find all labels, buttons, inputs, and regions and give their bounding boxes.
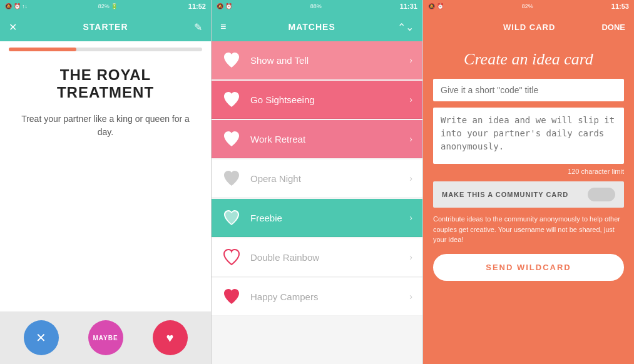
status-bar-p1: 🔕 ⏰ ↑↓ 82% 🔋 11:52: [0, 0, 211, 13]
card-content: THE ROYAL TREATMENT Treat your partner l…: [0, 54, 211, 311]
chevron-icon: ›: [409, 291, 412, 301]
status-right-p3: 82%: [522, 3, 533, 9]
chevron-icon: ›: [409, 173, 412, 183]
sort-icon[interactable]: ⌃⌄: [397, 21, 414, 33]
close-icon-p1[interactable]: ✕: [9, 21, 17, 33]
match-label: Double Rainbow: [250, 252, 409, 263]
maybe-label: MAYBE: [93, 335, 118, 341]
status-bar-p2: 🔕 ⏰ 88% 11:31: [212, 0, 422, 13]
panel-matches: 🔕 ⏰ 88% 11:31 ≡ MATCHES ⌃⌄ Show and Tell…: [212, 0, 423, 364]
list-item[interactable]: Freebie ›: [212, 199, 422, 237]
match-list: Show and Tell › Go Sightseeing › Work Re…: [212, 41, 422, 364]
progress-section: [0, 41, 211, 54]
wildcard-big-title: Create an idea card: [433, 50, 624, 69]
community-row: MAKE THIS A COMMUNITY CARD: [433, 181, 624, 208]
header-p1: ✕ STARTER ✎: [0, 13, 211, 41]
community-toggle[interactable]: [588, 188, 615, 201]
help-text: Contribute ideas to the community anonym…: [433, 214, 624, 245]
panel-wildcard: 🔕 ⏰ 82% 11:53 WILD CARD DONE Create an i…: [423, 0, 634, 364]
list-item[interactable]: Opera Night ›: [212, 159, 422, 198]
status-bar-p3: 🔕 ⏰ 82% 11:53: [423, 0, 634, 13]
chevron-icon: ›: [409, 55, 412, 65]
heart-filled-icon: [222, 89, 242, 109]
header-title-p2: MATCHES: [289, 22, 335, 32]
status-right-p2: 88%: [310, 3, 322, 9]
match-label: Happy Campers: [250, 291, 409, 302]
chevron-icon: ›: [409, 94, 412, 104]
status-left-p2: 🔕 ⏰: [217, 3, 232, 9]
match-label: Opera Night: [250, 173, 409, 184]
chevron-icon: ›: [409, 213, 412, 223]
char-limit-label: 120 character limit: [433, 168, 624, 175]
status-time-p2: 11:31: [400, 3, 417, 10]
match-label: Go Sightseeing: [250, 94, 409, 105]
wildcard-content: Create an idea card 120 character limit …: [423, 41, 634, 364]
status-time-p1: 11:52: [188, 3, 206, 10]
like-button[interactable]: ♥: [153, 320, 188, 355]
progress-bar-bg: [9, 48, 202, 51]
community-label: MAKE THIS A COMMUNITY CARD: [442, 191, 568, 198]
panel-starter: 🔕 ⏰ ↑↓ 82% 🔋 11:52 ✕ STARTER ✎ THE ROYAL…: [0, 0, 212, 364]
idea-textarea[interactable]: [433, 108, 624, 164]
status-left-p3: 🔕 ⏰: [428, 3, 444, 9]
header-title-p1: STARTER: [83, 22, 128, 32]
status-right-p1: 82% 🔋: [98, 3, 118, 9]
heart-teal-icon: [222, 208, 242, 228]
list-item[interactable]: Double Rainbow ›: [212, 238, 422, 276]
status-left-p1: 🔕 ⏰ ↑↓: [5, 3, 28, 9]
chevron-icon: ›: [409, 252, 412, 262]
list-item[interactable]: Work Retreat ›: [212, 120, 422, 158]
card-title: THE ROYAL TREATMENT: [13, 66, 198, 101]
reject-button[interactable]: ✕: [24, 320, 59, 355]
heart-filled-icon: [222, 129, 242, 149]
list-item[interactable]: Show and Tell ›: [212, 41, 422, 79]
wildcard-header-title: WILD CARD: [503, 23, 555, 32]
done-button[interactable]: DONE: [601, 23, 625, 32]
heart-icon: ♥: [166, 331, 174, 345]
send-wildcard-button[interactable]: SEND WILDCARD: [433, 254, 624, 281]
list-item[interactable]: Go Sightseeing ›: [212, 81, 422, 119]
list-item[interactable]: Happy Campers ›: [212, 278, 422, 316]
match-label: Work Retreat: [250, 134, 409, 144]
match-label: Show and Tell: [250, 55, 409, 66]
menu-icon[interactable]: ≡: [220, 21, 226, 33]
heart-outline-red-icon: [222, 247, 242, 267]
match-label: Freebie: [250, 213, 409, 223]
edit-icon-p1[interactable]: ✎: [194, 21, 202, 33]
header-p2: ≡ MATCHES ⌃⌄: [212, 13, 422, 41]
chevron-icon: ›: [409, 134, 412, 144]
maybe-button[interactable]: MAYBE: [88, 320, 123, 355]
action-buttons: ✕ MAYBE ♥: [0, 311, 211, 364]
status-time-p3: 11:53: [611, 3, 629, 10]
header-p3: WILD CARD DONE: [423, 13, 634, 41]
card-description: Treat your partner like a king or queen …: [13, 113, 198, 139]
progress-bar-fill: [9, 48, 76, 51]
x-icon: ✕: [36, 330, 46, 345]
code-title-input[interactable]: [433, 79, 624, 101]
heart-red-icon: [222, 286, 242, 306]
heart-outline-icon: [222, 168, 242, 188]
heart-filled-icon: [222, 50, 242, 70]
